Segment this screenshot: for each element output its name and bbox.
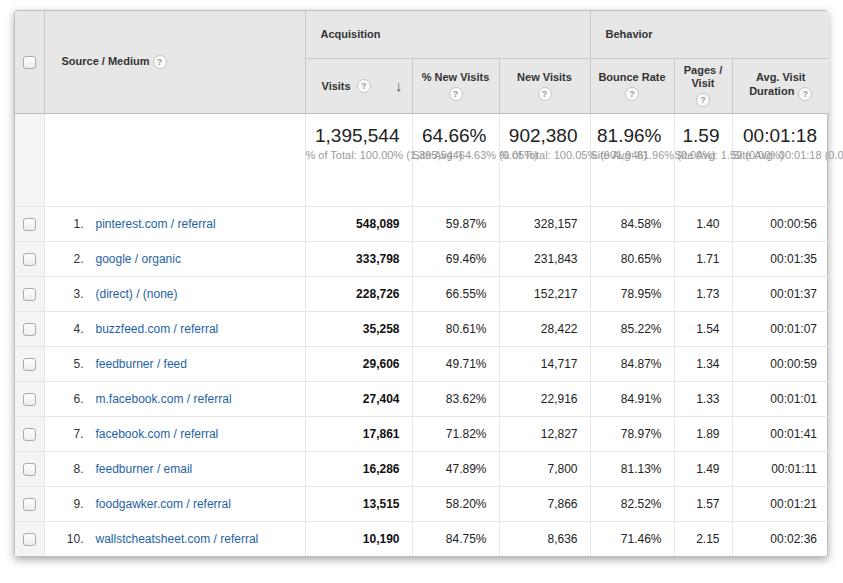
new-visits-value: 8,636 (499, 521, 590, 556)
visits-value: 27,404 (305, 381, 412, 416)
source-medium-table: Source / Medium ? Acquisition Behavior V… (14, 10, 828, 557)
row-checkbox[interactable] (23, 288, 36, 301)
source-medium-link[interactable]: pinterest.com / referral (96, 217, 216, 231)
row-checkbox[interactable] (23, 253, 36, 266)
source-medium-link[interactable]: feedburner / email (96, 462, 193, 476)
avg-visit-duration-value: 00:00:59 (732, 346, 829, 381)
help-icon[interactable]: ? (357, 79, 371, 93)
row-checkbox-cell (15, 206, 44, 241)
new-visits-value: 22,916 (499, 381, 590, 416)
row-checkbox-cell (15, 346, 44, 381)
pages-visit-value: 1.34 (674, 346, 732, 381)
summary-avg-visit-duration-value: 00:01:18 (733, 125, 818, 146)
source-medium-link[interactable]: facebook.com / referral (96, 427, 219, 441)
summary-bounce-rate: 81.96% Site Avg: 81.96% (0.00%) (590, 113, 674, 206)
visits-value: 228,726 (305, 276, 412, 311)
select-all-checkbox[interactable] (23, 56, 36, 69)
pages-visit-value: 1.89 (674, 416, 732, 451)
avg-visit-duration-value: 00:01:11 (732, 451, 829, 486)
visits-value: 548,089 (305, 206, 412, 241)
column-header-new-visits[interactable]: New Visits ? (499, 58, 590, 113)
select-all-cell (15, 11, 44, 113)
avg-visit-duration-value: 00:01:07 (732, 311, 829, 346)
new-visits-value: 7,800 (499, 451, 590, 486)
row-checkbox[interactable] (23, 393, 36, 406)
table-row: 2.google / organic 333,798 69.46% 231,84… (15, 241, 829, 276)
avg-visit-duration-value: 00:01:37 (732, 276, 829, 311)
avg-visit-duration-value: 00:01:41 (732, 416, 829, 451)
help-icon[interactable]: ? (449, 87, 463, 101)
summary-source-cell (44, 113, 305, 206)
new-visits-label: New Visits (517, 71, 572, 84)
source-medium-link[interactable]: (direct) / (none) (96, 287, 178, 301)
visits-value: 16,286 (305, 451, 412, 486)
sort-descending-icon[interactable]: ↓ (395, 77, 403, 94)
group-header-acquisition: Acquisition (305, 11, 590, 58)
row-rank: 2. (57, 252, 84, 266)
table-row: 1.pinterest.com / referral 548,089 59.87… (15, 206, 829, 241)
row-checkbox[interactable] (23, 218, 36, 231)
behavior-label: Behavior (606, 28, 653, 40)
row-checkbox[interactable] (23, 428, 36, 441)
help-icon[interactable]: ? (798, 87, 812, 101)
row-checkbox[interactable] (23, 323, 36, 336)
pct-new-visits-value: 49.71% (412, 346, 499, 381)
row-rank: 6. (57, 392, 84, 406)
row-checkbox-cell (15, 521, 44, 556)
summary-bounce-rate-value: 81.96% (591, 125, 662, 146)
row-rank: 4. (57, 322, 84, 336)
source-medium-cell: 10.wallstcheatsheet.com / referral (44, 521, 305, 556)
visits-value: 333,798 (305, 241, 412, 276)
source-medium-cell: 8.feedburner / email (44, 451, 305, 486)
summary-pct-new-visits-note: Site Avg: 64.63% (0.05%) (413, 149, 487, 163)
bounce-rate-value: 84.87% (590, 346, 674, 381)
source-medium-cell: 2.google / organic (44, 241, 305, 276)
help-icon[interactable]: ? (153, 55, 167, 69)
source-medium-link[interactable]: google / organic (96, 252, 181, 266)
column-header-pages-visit[interactable]: Pages / Visit ? (674, 58, 732, 113)
source-medium-link[interactable]: buzzfeed.com / referral (96, 322, 219, 336)
source-medium-link[interactable]: wallstcheatsheet.com / referral (96, 532, 259, 546)
pct-new-visits-value: 58.20% (412, 486, 499, 521)
new-visits-value: 328,157 (499, 206, 590, 241)
pages-visit-value: 1.33 (674, 381, 732, 416)
row-checkbox[interactable] (23, 498, 36, 511)
row-checkbox[interactable] (23, 463, 36, 476)
table-row: 8.feedburner / email 16,286 47.89% 7,800… (15, 451, 829, 486)
row-checkbox[interactable] (23, 358, 36, 371)
pct-new-visits-value: 83.62% (412, 381, 499, 416)
source-medium-link[interactable]: feedburner / feed (96, 357, 187, 371)
source-medium-link[interactable]: foodgawker.com / referral (96, 497, 231, 511)
column-header-source-medium[interactable]: Source / Medium ? (44, 11, 305, 113)
table-row: 4.buzzfeed.com / referral 35,258 80.61% … (15, 311, 829, 346)
bounce-rate-value: 81.13% (590, 451, 674, 486)
summary-pages-visit-value: 1.59 (675, 125, 720, 146)
help-icon[interactable]: ? (696, 93, 710, 107)
column-header-avg-visit-duration[interactable]: Avg. Visit Duration? (732, 58, 829, 113)
pages-visit-value: 1.40 (674, 206, 732, 241)
pct-new-visits-value: 59.87% (412, 206, 499, 241)
row-rank: 8. (57, 462, 84, 476)
column-header-bounce-rate[interactable]: Bounce Rate ? (590, 58, 674, 113)
source-medium-cell: 7.facebook.com / referral (44, 416, 305, 451)
summary-pct-new-visits-value: 64.66% (413, 125, 487, 146)
source-medium-cell: 3.(direct) / (none) (44, 276, 305, 311)
bounce-rate-value: 84.91% (590, 381, 674, 416)
avg-visit-duration-label: Avg. Visit Duration (749, 71, 805, 97)
help-icon[interactable]: ? (625, 87, 639, 101)
row-checkbox-cell (15, 276, 44, 311)
table-row: 6.m.facebook.com / referral 27,404 83.62… (15, 381, 829, 416)
summary-row: 1,395,544 % of Total: 100.00% (1,395,544… (15, 113, 829, 206)
pct-new-visits-value: 69.46% (412, 241, 499, 276)
table-row: 10.wallstcheatsheet.com / referral 10,19… (15, 521, 829, 556)
acquisition-label: Acquisition (321, 28, 381, 40)
column-header-pct-new-visits[interactable]: % New Visits ? (412, 58, 499, 113)
pct-new-visits-value: 47.89% (412, 451, 499, 486)
pages-visit-value: 1.71 (674, 241, 732, 276)
column-header-visits[interactable]: Visits ? ↓ (305, 58, 412, 113)
row-checkbox[interactable] (23, 533, 36, 546)
source-medium-link[interactable]: m.facebook.com / referral (96, 392, 232, 406)
help-icon[interactable]: ? (538, 87, 552, 101)
avg-visit-duration-value: 00:01:35 (732, 241, 829, 276)
bounce-rate-value: 80.65% (590, 241, 674, 276)
